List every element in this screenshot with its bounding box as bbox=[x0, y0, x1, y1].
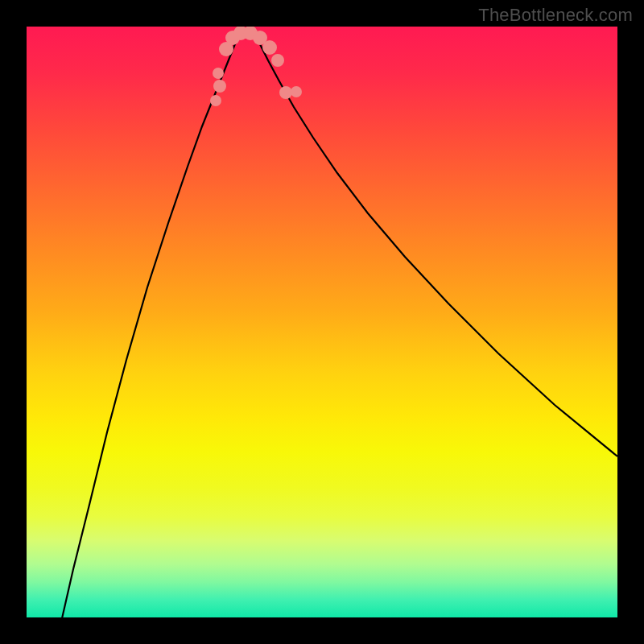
chart-plot-area bbox=[27, 27, 617, 617]
marker-dot bbox=[210, 95, 221, 106]
highlight-dots bbox=[210, 27, 302, 106]
marker-dot bbox=[279, 86, 292, 99]
marker-dot bbox=[213, 80, 226, 93]
marker-dot bbox=[213, 68, 224, 79]
watermark-text: TheBottleneck.com bbox=[478, 5, 633, 26]
right-curve-line bbox=[254, 33, 617, 456]
left-curve-line bbox=[60, 33, 240, 617]
marker-dot bbox=[291, 86, 302, 97]
marker-dot bbox=[262, 40, 277, 55]
marker-dot bbox=[271, 54, 284, 67]
chart-svg bbox=[27, 27, 617, 617]
